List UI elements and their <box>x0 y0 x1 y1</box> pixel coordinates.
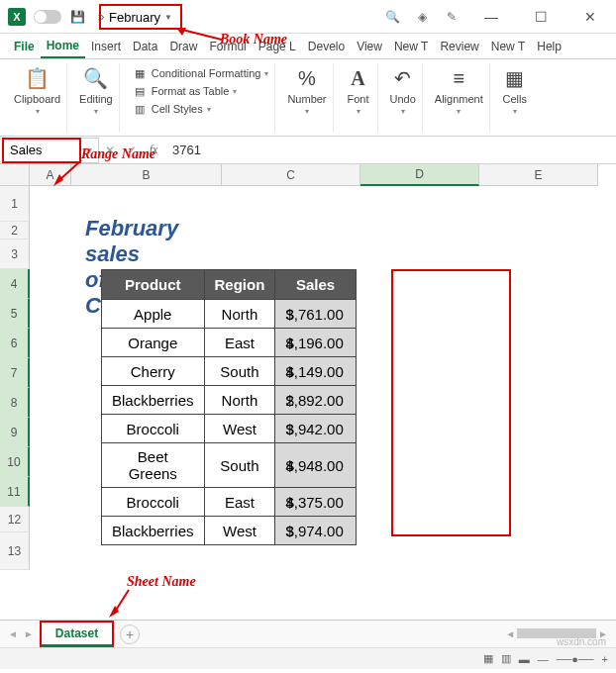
row-header-8[interactable]: 8 <box>0 388 30 418</box>
cell-sales[interactable]: $3,974.00 <box>275 517 356 545</box>
cell-region[interactable]: East <box>204 329 275 357</box>
tab-data[interactable]: Data <box>127 36 163 57</box>
name-box[interactable]: Sales <box>2 138 81 163</box>
col-header-A[interactable]: A <box>30 164 71 186</box>
cell-product[interactable]: Blackberries <box>102 386 205 415</box>
workbook-name[interactable]: February ▼ <box>99 4 182 30</box>
cell-region[interactable]: North <box>204 386 275 415</box>
search-icon: 🔍 <box>83 65 109 91</box>
cell-sales[interactable]: $4,149.00 <box>275 357 356 386</box>
cell-product[interactable]: Blackberries <box>102 517 205 545</box>
chevron-down-icon: ▾ <box>264 69 268 78</box>
search-icon[interactable]: 🔍 <box>384 9 400 25</box>
diamond-icon[interactable]: ◈ <box>414 9 430 25</box>
cell-product[interactable]: Apple <box>102 300 205 329</box>
row-header-12[interactable]: 12 <box>0 507 30 532</box>
number-button[interactable]: % Number ▾ <box>287 65 326 116</box>
cell-region[interactable]: West <box>204 415 275 443</box>
editing-button[interactable]: 🔍 Editing ▾ <box>79 65 113 116</box>
cell-region[interactable]: East <box>204 488 275 517</box>
select-all-corner[interactable] <box>0 164 30 186</box>
zoom-slider[interactable]: ──●── <box>557 653 594 665</box>
row-header-13[interactable]: 13 <box>0 532 30 570</box>
tab-insert[interactable]: Insert <box>85 36 127 57</box>
cell-product[interactable]: Broccoli <box>102 488 205 517</box>
tab-file[interactable]: File <box>8 36 41 57</box>
cell-region[interactable]: South <box>204 357 275 386</box>
row-header-4[interactable]: 4 <box>0 269 30 299</box>
row-header-11[interactable]: 11 <box>0 477 30 507</box>
formula-input[interactable]: 3761 <box>164 137 616 163</box>
sheet-nav-prev[interactable]: ◄ <box>8 628 18 639</box>
row-header-7[interactable]: 7 <box>0 358 30 388</box>
view-page-icon[interactable]: ▥ <box>501 652 511 665</box>
sheet-tab-dataset[interactable]: Dataset <box>40 621 114 647</box>
cancel-formula-button[interactable]: ✕ <box>99 144 121 157</box>
alignment-button[interactable]: ≡ Alignment ▾ <box>435 65 483 116</box>
cell-product[interactable]: Broccoli <box>102 415 205 443</box>
minimize-button[interactable]: — <box>473 2 509 32</box>
zoom-in-button[interactable]: + <box>602 653 608 665</box>
fx-button[interactable]: fx <box>143 143 164 157</box>
undo-button[interactable]: ↶ Undo ▾ <box>390 65 416 116</box>
clipboard-button[interactable]: 📋 Clipboard ▾ <box>14 65 60 116</box>
cell-sales[interactable]: $4,196.00 <box>275 329 356 357</box>
col-header-E[interactable]: E <box>479 164 598 186</box>
name-box-dropdown[interactable]: ▾ <box>81 138 99 163</box>
cell-product[interactable]: Cherry <box>102 357 205 386</box>
view-break-icon[interactable]: ▬ <box>519 653 530 665</box>
save-icon[interactable]: 💾 <box>69 9 85 25</box>
row-header-10[interactable]: 10 <box>0 447 30 477</box>
cell-product[interactable]: Orange <box>102 329 205 357</box>
tab-new2[interactable]: New T <box>485 36 531 57</box>
tab-new1[interactable]: New T <box>388 36 434 57</box>
col-header-B[interactable]: B <box>71 164 222 186</box>
col-header-D[interactable]: D <box>360 164 479 186</box>
font-icon: A <box>346 65 371 91</box>
tab-developer[interactable]: Develo <box>302 36 351 57</box>
pen-icon[interactable]: ✎ <box>444 9 460 25</box>
add-sheet-button[interactable]: + <box>120 625 140 644</box>
font-button[interactable]: A Font ▾ <box>346 65 371 116</box>
row-header-2[interactable]: 2 <box>0 222 30 240</box>
maximize-button[interactable]: ☐ <box>523 2 559 32</box>
autosave-toggle[interactable] <box>34 10 61 24</box>
cell-region[interactable]: West <box>204 517 275 545</box>
tab-draw[interactable]: Draw <box>163 36 203 57</box>
header-product[interactable]: Product <box>102 270 205 300</box>
col-header-C[interactable]: C <box>222 164 360 186</box>
tab-page-layout[interactable]: Page L <box>253 36 302 57</box>
row-header-5[interactable]: 5 <box>0 299 30 329</box>
row-header-6[interactable]: 6 <box>0 329 30 358</box>
conditional-formatting-button[interactable]: ▦ Conditional Formatting ▾ <box>132 65 269 81</box>
header-sales[interactable]: Sales <box>275 270 356 300</box>
tab-help[interactable]: Help <box>531 36 567 57</box>
row-header-3[interactable]: 3 <box>0 240 30 269</box>
cell-sales[interactable]: $4,948.00 <box>275 443 356 488</box>
format-as-table-button[interactable]: ▤ Format as Table ▾ <box>132 83 269 99</box>
cell-region[interactable]: North <box>204 300 275 329</box>
ribbon-group-clipboard: 📋 Clipboard ▾ <box>8 63 67 132</box>
header-region[interactable]: Region <box>204 270 275 300</box>
sheet-nav-next[interactable]: ► <box>24 628 34 639</box>
enter-formula-button[interactable]: ✓ <box>121 144 143 157</box>
view-normal-icon[interactable]: ▦ <box>483 652 493 665</box>
cell-sales[interactable]: $3,942.00 <box>275 415 356 443</box>
tab-home[interactable]: Home <box>41 35 85 58</box>
tab-view[interactable]: View <box>351 36 388 57</box>
cells-icon: ▦ <box>502 65 528 91</box>
zoom-out-button[interactable]: — <box>538 653 549 665</box>
cell-styles-button[interactable]: ▥ Cell Styles ▾ <box>132 101 269 117</box>
cell-sales[interactable]: $4,375.00 <box>275 488 356 517</box>
cell-region[interactable]: South <box>204 443 275 488</box>
cell-sales[interactable]: $2,892.00 <box>275 386 356 415</box>
row-header-9[interactable]: 9 <box>0 418 30 447</box>
chevron-down-icon: ▾ <box>305 107 309 116</box>
close-button[interactable]: ✕ <box>572 2 608 32</box>
cell-sales[interactable]: $3,761.00 <box>275 300 356 329</box>
tab-review[interactable]: Review <box>434 36 484 57</box>
row-header-1[interactable]: 1 <box>0 186 30 222</box>
cell-product[interactable]: Beet Greens <box>102 443 205 488</box>
tab-formulas[interactable]: Formul <box>203 36 252 57</box>
cells-button[interactable]: ▦ Cells ▾ <box>502 65 528 116</box>
